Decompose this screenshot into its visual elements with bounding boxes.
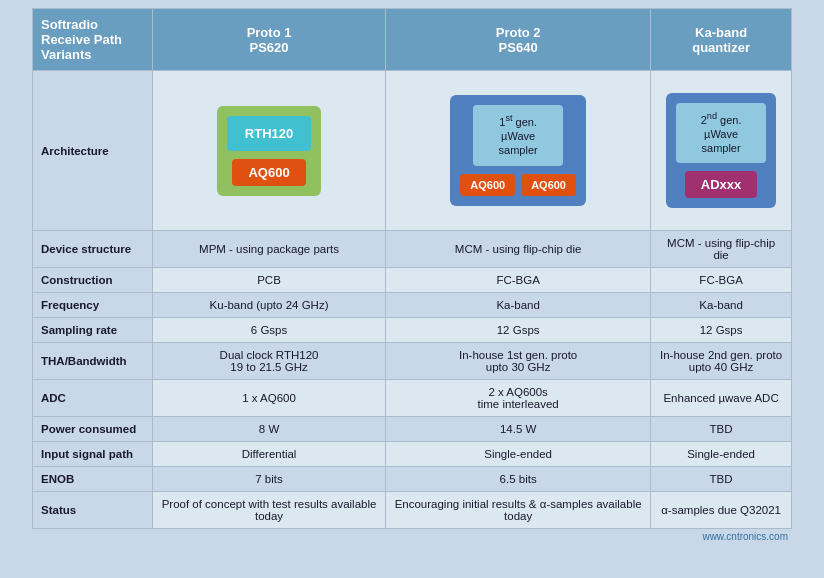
watermark: www.cntronics.com xyxy=(32,529,792,544)
table-row: StatusProof of concept with test results… xyxy=(33,492,792,529)
chip-uwave-kaband: 2nd gen.µWavesampler xyxy=(676,103,766,164)
header-row: Softradio Receive Path Variants Proto 1 … xyxy=(33,9,792,71)
cell-proto1-tha/bandwidth: Dual clock RTH12019 to 21.5 GHz xyxy=(153,343,386,380)
header-proto2: Proto 2 PS640 xyxy=(386,9,651,71)
cell-proto1-frequency: Ku-band (upto 24 GHz) xyxy=(153,293,386,318)
table-row: Power consumed8 W14.5 WTBD xyxy=(33,417,792,442)
header-proto1: Proto 1 PS620 xyxy=(153,9,386,71)
table-row: Input signal pathDifferentialSingle-ende… xyxy=(33,442,792,467)
cell-proto1-sampling-rate: 6 Gsps xyxy=(153,318,386,343)
chip-uwave-proto2: 1st gen.µWavesampler xyxy=(473,105,563,166)
cell-proto2-power-consumed: 14.5 W xyxy=(386,417,651,442)
table-row: ADC1 x AQ6002 x AQ600stime interleavedEn… xyxy=(33,380,792,417)
cell-proto1-status: Proof of concept with test results avail… xyxy=(153,492,386,529)
arch-kaband-box: 2nd gen.µWavesampler ADxxx xyxy=(666,93,776,209)
row-label-construction: Construction xyxy=(33,268,153,293)
chip-aq600-proto1: AQ600 xyxy=(232,159,305,186)
row-label-enob: ENOB xyxy=(33,467,153,492)
comparison-table: Softradio Receive Path Variants Proto 1 … xyxy=(32,8,792,529)
cell-proto1-construction: PCB xyxy=(153,268,386,293)
table-row: Device structureMPM - using package part… xyxy=(33,231,792,268)
arch-kaband-cell: 2nd gen.µWavesampler ADxxx xyxy=(651,71,792,231)
cell-proto1-enob: 7 bits xyxy=(153,467,386,492)
cell-proto1-input-signal-path: Differential xyxy=(153,442,386,467)
cell-kaband-input-signal-path: Single-ended xyxy=(651,442,792,467)
cell-kaband-enob: TBD xyxy=(651,467,792,492)
cell-proto2-tha/bandwidth: In-house 1st gen. protoupto 30 GHz xyxy=(386,343,651,380)
cell-kaband-device-structure: MCM - using flip-chip die xyxy=(651,231,792,268)
cell-kaband-adc: Enhanced µwave ADC xyxy=(651,380,792,417)
chip-rth120: RTH120 xyxy=(227,116,311,151)
label-architecture: Architecture xyxy=(33,71,153,231)
cell-proto1-power-consumed: 8 W xyxy=(153,417,386,442)
cell-proto2-input-signal-path: Single-ended xyxy=(386,442,651,467)
row-label-frequency: Frequency xyxy=(33,293,153,318)
table-row: THA/BandwidthDual clock RTH12019 to 21.5… xyxy=(33,343,792,380)
cell-proto1-device-structure: MPM - using package parts xyxy=(153,231,386,268)
row-label-device-structure: Device structure xyxy=(33,231,153,268)
row-label-tha/bandwidth: THA/Bandwidth xyxy=(33,343,153,380)
cell-kaband-tha/bandwidth: In-house 2nd gen. protoupto 40 GHz xyxy=(651,343,792,380)
arch-proto1-box: RTH120 AQ600 xyxy=(217,106,321,196)
row-label-input-signal-path: Input signal path xyxy=(33,442,153,467)
cell-proto2-status: Encouraging initial results & α-samples … xyxy=(386,492,651,529)
row-label-status: Status xyxy=(33,492,153,529)
table-row: ENOB7 bits6.5 bitsTBD xyxy=(33,467,792,492)
arch-proto1-cell: RTH120 AQ600 xyxy=(153,71,386,231)
header-kaband: Ka-band quantizer xyxy=(651,9,792,71)
table-row: ConstructionPCBFC-BGAFC-BGA xyxy=(33,268,792,293)
cell-kaband-construction: FC-BGA xyxy=(651,268,792,293)
row-label-adc: ADC xyxy=(33,380,153,417)
cell-proto2-frequency: Ka-band xyxy=(386,293,651,318)
cell-kaband-sampling-rate: 12 Gsps xyxy=(651,318,792,343)
chip-aq600-proto2-right: AQ600 xyxy=(521,174,576,196)
cell-kaband-status: α-samples due Q32021 xyxy=(651,492,792,529)
table-row: FrequencyKu-band (upto 24 GHz)Ka-bandKa-… xyxy=(33,293,792,318)
row-architecture: Architecture RTH120 AQ600 xyxy=(33,71,792,231)
cell-proto2-sampling-rate: 12 Gsps xyxy=(386,318,651,343)
table-row: Sampling rate6 Gsps12 Gsps12 Gsps xyxy=(33,318,792,343)
cell-kaband-frequency: Ka-band xyxy=(651,293,792,318)
row-label-sampling-rate: Sampling rate xyxy=(33,318,153,343)
cell-kaband-power-consumed: TBD xyxy=(651,417,792,442)
cell-proto2-construction: FC-BGA xyxy=(386,268,651,293)
chip-adxxx: ADxxx xyxy=(685,171,757,198)
chip-row-proto2: AQ600 AQ600 xyxy=(460,174,576,196)
arch-proto2-cell: 1st gen.µWavesampler AQ600 AQ600 xyxy=(386,71,651,231)
table-title: Softradio Receive Path Variants xyxy=(33,9,153,71)
cell-proto1-adc: 1 x AQ600 xyxy=(153,380,386,417)
arch-proto2-box: 1st gen.µWavesampler AQ600 AQ600 xyxy=(450,95,586,206)
cell-proto2-adc: 2 x AQ600stime interleaved xyxy=(386,380,651,417)
cell-proto2-device-structure: MCM - using flip-chip die xyxy=(386,231,651,268)
row-label-power-consumed: Power consumed xyxy=(33,417,153,442)
chip-aq600-proto2-left: AQ600 xyxy=(460,174,515,196)
cell-proto2-enob: 6.5 bits xyxy=(386,467,651,492)
